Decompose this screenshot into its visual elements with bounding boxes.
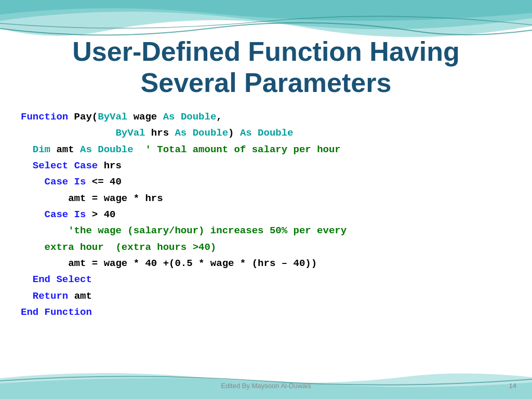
- code-block: Function Pay(ByVal wage As Double, ByVal…: [21, 109, 511, 321]
- code-line-7: Case Is > 40: [21, 207, 511, 223]
- slide-title: User-Defined Function Having Several Par…: [31, 36, 501, 99]
- code-line-5: Case Is <= 40: [21, 174, 511, 190]
- code-line-2: ByVal hrs As Double) As Double: [21, 125, 511, 141]
- code-line-4: Select Case hrs: [21, 158, 511, 174]
- kw-function: Function: [21, 111, 68, 123]
- title-line1: User-Defined Function Having: [72, 36, 459, 66]
- code-line-8: 'the wage (salary/hour) increases 50% pe…: [21, 223, 511, 239]
- code-line-1: Function Pay(ByVal wage As Double,: [21, 109, 511, 125]
- footer-text: Edited By Maysoon Al-Duwais: [221, 382, 311, 390]
- page-number: 14: [509, 382, 516, 390]
- code-line-3: Dim amt As Double ' Total amount of sala…: [21, 142, 511, 158]
- code-line-9: extra hour (extra hours >40): [21, 240, 511, 256]
- title-line2: Several Parameters: [141, 68, 392, 98]
- code-line-10: amt = wage * 40 +(0.5 * wage * (hrs – 40…: [21, 256, 511, 272]
- code-line-6: amt = wage * hrs: [21, 191, 511, 207]
- code-line-12: Return amt: [21, 288, 511, 304]
- footer: Edited By Maysoon Al-Duwais: [0, 382, 532, 390]
- code-line-13: End Function: [21, 304, 511, 321]
- title-area: User-Defined Function Having Several Par…: [0, 31, 532, 104]
- code-line-11: End Select: [21, 272, 511, 288]
- slide: User-Defined Function Having Several Par…: [0, 0, 532, 399]
